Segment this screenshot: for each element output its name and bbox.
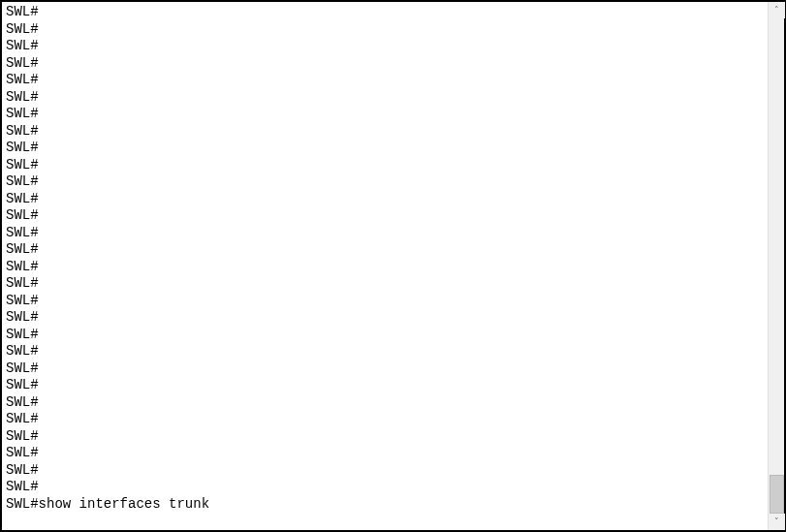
scroll-thumb[interactable] — [770, 475, 784, 514]
prompt-line: SWL# — [6, 428, 764, 446]
prompt-line: SWL# — [6, 259, 764, 276]
prompt-line: SWL# — [6, 191, 764, 208]
prompt-line: SWL# — [6, 479, 764, 496]
prompt-line: SWL# — [6, 377, 764, 394]
prompt-line: SWL# — [6, 411, 764, 428]
prompt-line: SWL# — [6, 394, 764, 412]
prompt-line: SWL# — [6, 55, 764, 73]
prompt-line: SWL# — [6, 445, 764, 462]
prompt-line: SWL# — [6, 173, 764, 191]
prompt-line: SWL# — [6, 21, 764, 39]
prompt-line: SWL# — [6, 309, 764, 327]
prompt-line: SWL# — [6, 72, 764, 89]
prompt-line: SWL# — [6, 4, 764, 21]
current-prompt-line[interactable]: SWL# — [6, 530, 764, 531]
prompt-line: SWL# — [6, 225, 764, 242]
prompt-line: SWL# — [6, 89, 764, 107]
prompt-line: SWL# — [6, 207, 764, 225]
blank-line — [6, 513, 764, 530]
terminal-window: SWL#SWL#SWL#SWL#SWL#SWL#SWL#SWL#SWL#SWL#… — [0, 0, 786, 532]
prompt-line: SWL# — [6, 360, 764, 378]
terminal-output[interactable]: SWL#SWL#SWL#SWL#SWL#SWL#SWL#SWL#SWL#SWL#… — [2, 2, 768, 530]
scroll-down-arrow[interactable]: ˅ — [769, 514, 785, 530]
scrollbar[interactable]: ˄ ˅ — [768, 2, 784, 530]
prompt-line: SWL# — [6, 275, 764, 293]
prompt-line: SWL# — [6, 241, 764, 259]
prompt-line: SWL# — [6, 123, 764, 141]
prompt-line: SWL# — [6, 38, 764, 55]
prompt-line: SWL# — [6, 327, 764, 344]
prompt-line: SWL# — [6, 157, 764, 174]
scroll-up-arrow[interactable]: ˄ — [769, 2, 785, 18]
prompt-line: SWL# — [6, 293, 764, 310]
prompt-line: SWL# — [6, 462, 764, 480]
prompt-line: SWL# — [6, 343, 764, 360]
prompt-line: SWL# — [6, 106, 764, 123]
scroll-track[interactable] — [769, 18, 784, 514]
prompt-line: SWL# — [6, 140, 764, 157]
command-line: SWL#show interfaces trunk — [6, 496, 764, 514]
